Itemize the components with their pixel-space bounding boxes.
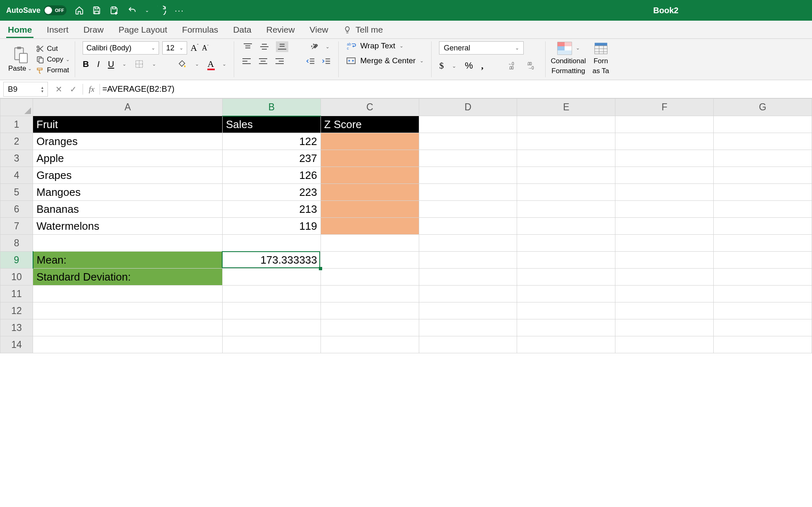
cell[interactable] bbox=[615, 167, 714, 184]
cell[interactable] bbox=[419, 319, 517, 336]
cell[interactable]: Oranges bbox=[33, 133, 223, 150]
cell[interactable] bbox=[419, 133, 517, 150]
cell[interactable] bbox=[321, 302, 419, 319]
font-name-select[interactable]: Calibri (Body)⌄ bbox=[83, 41, 159, 55]
underline-button[interactable]: U bbox=[108, 59, 114, 69]
spreadsheet-grid[interactable]: A B C D E F G 1 Fruit Sales Z Score 2Ora… bbox=[0, 98, 812, 353]
cell[interactable] bbox=[419, 218, 517, 235]
cell[interactable] bbox=[321, 336, 419, 353]
align-center-icon[interactable] bbox=[258, 57, 268, 65]
col-header-b[interactable]: B bbox=[222, 99, 321, 116]
cell[interactable] bbox=[419, 167, 517, 184]
cell[interactable] bbox=[714, 286, 812, 302]
cell[interactable]: Fruit bbox=[33, 116, 223, 133]
name-box-stepper[interactable]: ▴▾ bbox=[41, 86, 43, 93]
cell[interactable] bbox=[321, 235, 419, 252]
cell[interactable]: Mean: bbox=[33, 252, 223, 269]
decrease-indent-icon[interactable] bbox=[306, 57, 315, 65]
cell[interactable] bbox=[419, 269, 517, 286]
copy-button[interactable]: Copy⌄ bbox=[36, 55, 70, 64]
col-header-e[interactable]: E bbox=[517, 99, 615, 116]
undo-dropdown-icon[interactable]: ⌄ bbox=[145, 7, 149, 13]
cell[interactable] bbox=[615, 133, 714, 150]
cell[interactable] bbox=[321, 167, 419, 184]
fill-color-button[interactable] bbox=[178, 60, 187, 69]
cell[interactable] bbox=[33, 286, 223, 302]
tab-home[interactable]: Home bbox=[6, 21, 33, 38]
cell[interactable]: 223 bbox=[222, 184, 321, 201]
cell[interactable] bbox=[615, 269, 714, 286]
autosave-switch[interactable]: OFF bbox=[44, 5, 66, 15]
cell[interactable] bbox=[321, 252, 419, 269]
save-edit-icon[interactable] bbox=[109, 6, 119, 15]
tab-data[interactable]: Data bbox=[231, 21, 253, 38]
cell[interactable] bbox=[222, 235, 321, 252]
chevron-down-icon[interactable]: ⌄ bbox=[28, 66, 32, 71]
increase-decimal-icon[interactable]: ←0.00 bbox=[508, 61, 519, 70]
cell[interactable] bbox=[517, 302, 615, 319]
orientation-icon[interactable]: ab bbox=[310, 42, 319, 51]
more-icon[interactable]: ··· bbox=[175, 6, 184, 15]
chevron-down-icon[interactable]: ⌄ bbox=[222, 61, 226, 67]
cell[interactable] bbox=[222, 319, 321, 336]
tab-insert[interactable]: Insert bbox=[45, 21, 70, 38]
cell[interactable] bbox=[517, 184, 615, 201]
cell[interactable] bbox=[419, 302, 517, 319]
row-header[interactable]: 9 bbox=[0, 252, 33, 269]
row-header[interactable]: 6 bbox=[0, 201, 33, 218]
cancel-formula-icon[interactable]: ✕ bbox=[55, 84, 62, 94]
save-icon[interactable] bbox=[92, 6, 101, 15]
cell[interactable] bbox=[222, 286, 321, 302]
font-size-select[interactable]: 12⌄ bbox=[162, 41, 187, 55]
tab-review[interactable]: Review bbox=[265, 21, 297, 38]
cell[interactable] bbox=[419, 336, 517, 353]
chevron-down-icon[interactable]: ⌄ bbox=[576, 45, 580, 51]
tab-draw[interactable]: Draw bbox=[82, 21, 105, 38]
cell[interactable]: 122 bbox=[222, 133, 321, 150]
cell[interactable] bbox=[615, 201, 714, 218]
cell[interactable] bbox=[615, 319, 714, 336]
cell[interactable]: 126 bbox=[222, 167, 321, 184]
cell[interactable] bbox=[615, 184, 714, 201]
currency-button[interactable]: $ bbox=[439, 60, 444, 71]
row-header[interactable]: 11 bbox=[0, 286, 33, 302]
tab-page-layout[interactable]: Page Layout bbox=[117, 21, 169, 38]
font-color-button[interactable]: A bbox=[207, 59, 214, 69]
decrease-decimal-icon[interactable]: .00→0 bbox=[527, 61, 538, 70]
cell[interactable] bbox=[517, 218, 615, 235]
autosave-toggle[interactable]: AutoSave OFF bbox=[6, 5, 66, 15]
cell[interactable]: Standard Deviation: bbox=[33, 269, 223, 286]
tab-formulas[interactable]: Formulas bbox=[180, 21, 220, 38]
chevron-down-icon[interactable]: ⌄ bbox=[66, 57, 70, 62]
cell[interactable] bbox=[517, 116, 615, 133]
cell[interactable] bbox=[714, 150, 812, 167]
cut-button[interactable]: Cut bbox=[36, 45, 70, 53]
cell[interactable] bbox=[615, 336, 714, 353]
cell[interactable] bbox=[714, 167, 812, 184]
cell[interactable] bbox=[321, 150, 419, 167]
cell[interactable] bbox=[714, 184, 812, 201]
paste-button[interactable]: Paste⌄ bbox=[8, 46, 32, 73]
cell[interactable]: Sales bbox=[222, 116, 321, 133]
row-header[interactable]: 1 bbox=[0, 116, 33, 133]
cell[interactable] bbox=[321, 269, 419, 286]
cell-selected[interactable]: 173.333333 bbox=[222, 252, 321, 269]
col-header-g[interactable]: G bbox=[714, 99, 812, 116]
cell[interactable] bbox=[419, 201, 517, 218]
cell[interactable] bbox=[321, 286, 419, 302]
cell[interactable] bbox=[615, 116, 714, 133]
format-as-table-button[interactable]: Forn as Ta bbox=[591, 41, 614, 77]
increase-font-icon[interactable]: Aˆ bbox=[190, 43, 199, 53]
comma-button[interactable]: , bbox=[481, 60, 484, 71]
fx-label[interactable]: fx bbox=[83, 85, 95, 94]
accept-formula-icon[interactable]: ✓ bbox=[70, 84, 77, 94]
cell[interactable] bbox=[321, 184, 419, 201]
cell[interactable] bbox=[419, 235, 517, 252]
bold-button[interactable]: B bbox=[83, 59, 89, 69]
row-header[interactable]: 13 bbox=[0, 319, 33, 336]
cell[interactable] bbox=[33, 336, 223, 353]
cell[interactable] bbox=[714, 201, 812, 218]
row-header[interactable]: 10 bbox=[0, 269, 33, 286]
cell[interactable] bbox=[714, 319, 812, 336]
cell[interactable] bbox=[517, 286, 615, 302]
